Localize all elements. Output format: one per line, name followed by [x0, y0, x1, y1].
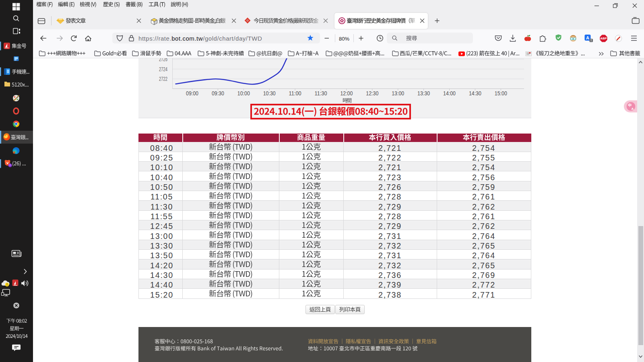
svg-text:09:00: 09:00	[186, 90, 198, 97]
svg-text:10:00: 10:00	[237, 90, 250, 97]
svg-text:A: A	[586, 35, 589, 40]
svg-text:09:30: 09:30	[212, 90, 224, 97]
svg-text:14:00: 14:00	[443, 90, 456, 97]
svg-text:2726: 2726	[159, 56, 167, 62]
svg-text:2724: 2724	[159, 66, 167, 72]
svg-text:A: A	[632, 107, 634, 111]
svg-text:15:00: 15:00	[495, 90, 507, 97]
svg-text:13:30: 13:30	[417, 90, 430, 97]
svg-text:12:00: 12:00	[340, 90, 353, 97]
svg-text:2722: 2722	[159, 75, 167, 82]
svg-text:ABP: ABP	[601, 37, 607, 40]
svg-text:13:00: 13:00	[392, 90, 404, 97]
svg-text:11:30: 11:30	[315, 90, 327, 97]
svg-text:12:30: 12:30	[366, 90, 378, 97]
svg-text:11:00: 11:00	[289, 90, 301, 97]
svg-text:10:30: 10:30	[263, 90, 276, 97]
svg-text:14:30: 14:30	[469, 90, 481, 97]
